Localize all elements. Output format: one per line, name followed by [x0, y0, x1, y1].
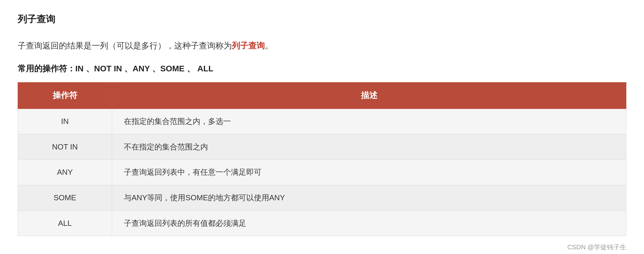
table-row: SOME与ANY等同，使用SOME的地方都可以使用ANY	[18, 185, 626, 211]
table-header-operator: 操作符	[18, 83, 112, 109]
description-cell: 在指定的集合范围之内，多选一	[112, 109, 626, 134]
footer-note: CSDN @学徒钝子生	[18, 242, 626, 252]
description-prefix: 子查询返回的结果是一列（可以是多行），这种子查询称为	[18, 41, 232, 50]
table-header-description: 描述	[112, 83, 626, 109]
operator-cell: NOT IN	[18, 134, 112, 160]
description: 子查询返回的结果是一列（可以是多行），这种子查询称为列子查询。	[18, 38, 626, 53]
description-suffix: 。	[265, 41, 273, 50]
operators-table: 操作符 描述 IN在指定的集合范围之内，多选一NOT IN不在指定的集合范围之内…	[18, 82, 626, 236]
table-row: ALL子查询返回列表的所有值都必须满足	[18, 211, 626, 236]
operator-cell: ALL	[18, 211, 112, 236]
table-row: IN在指定的集合范围之内，多选一	[18, 109, 626, 134]
page-title: 列子查询	[18, 12, 626, 27]
description-cell: 子查询返回列表中，有任意一个满足即可	[112, 160, 626, 185]
table-row: NOT IN不在指定的集合范围之内	[18, 134, 626, 160]
table-row: ANY子查询返回列表中，有任意一个满足即可	[18, 160, 626, 185]
table-header-row: 操作符 描述	[18, 83, 626, 109]
common-ops-label: 常用的操作符：IN 、NOT IN 、ANY 、SOME 、 ALL	[18, 62, 626, 75]
operator-cell: ANY	[18, 160, 112, 185]
operator-cell: IN	[18, 109, 112, 134]
description-highlight: 列子查询	[232, 41, 265, 50]
operator-cell: SOME	[18, 185, 112, 211]
description-cell: 不在指定的集合范围之内	[112, 134, 626, 160]
description-cell: 子查询返回列表的所有值都必须满足	[112, 211, 626, 236]
description-cell: 与ANY等同，使用SOME的地方都可以使用ANY	[112, 185, 626, 211]
